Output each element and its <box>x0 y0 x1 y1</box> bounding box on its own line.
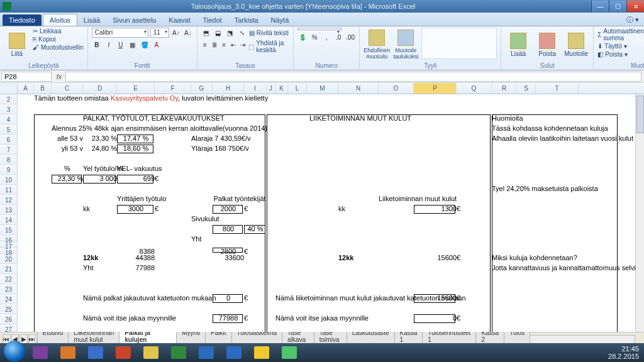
row-header-26[interactable]: 26 <box>0 314 18 324</box>
liik-hdr[interactable]: Liiketoiminnan muut kulut <box>379 195 457 204</box>
currency[interactable]: 💲 <box>297 32 308 42</box>
row-header-23[interactable]: 23 <box>0 284 18 294</box>
row-header-4[interactable]: 4 <box>0 114 18 124</box>
row-header-2[interactable]: 2 <box>0 94 18 104</box>
align-left[interactable]: ≡ <box>201 40 209 50</box>
col-header-D[interactable]: D <box>83 83 117 94</box>
col-header-R[interactable]: R <box>492 83 517 94</box>
taskbar-app-1[interactable] <box>28 345 53 360</box>
font-size-select[interactable]: 11 <box>150 28 169 38</box>
number-format[interactable] <box>297 28 341 30</box>
row-header-8[interactable]: 8 <box>0 155 18 165</box>
col-header-M[interactable]: M <box>307 83 338 94</box>
palkat-hdr[interactable]: Palkat työntekijät <box>213 195 267 204</box>
row-header-6[interactable]: 6 <box>0 134 18 145</box>
col-header-J[interactable]: J <box>267 83 275 94</box>
col-header-N[interactable]: N <box>338 83 379 94</box>
worksheet[interactable]: 2345678910111213141516171820212223242526… <box>0 94 644 332</box>
yr-tulo-hdr[interactable]: Yrittäjien työtulo <box>117 195 155 204</box>
yr-tulo[interactable]: 3000 <box>117 205 155 214</box>
note-3[interactable]: Tyel 24,20% maksetuista palkoista <box>492 185 579 194</box>
sivu-val[interactable]: 800 <box>213 225 244 234</box>
eur4[interactable]: € <box>457 205 492 214</box>
yht-lbl[interactable]: Yht <box>191 235 213 244</box>
vertical-scrollbar[interactable] <box>635 94 644 332</box>
yli53[interactable]: yli 53 v <box>52 145 83 154</box>
cut-button[interactable]: ✂ Leikkaa <box>33 28 84 35</box>
indent-inc[interactable]: ⇥ <box>239 40 247 50</box>
align-mid[interactable]: ⬓ <box>213 28 223 38</box>
increase-font-icon[interactable]: A↑ <box>171 28 181 38</box>
alle53b[interactable]: 17,47 % <box>117 134 155 144</box>
indent-dec[interactable]: ⇤ <box>230 40 237 50</box>
row-header-21[interactable]: 21 <box>0 264 18 274</box>
percent[interactable]: % <box>309 32 319 42</box>
row-header-22[interactable]: 22 <box>0 274 18 284</box>
dec-dec[interactable]: .00 <box>345 32 355 42</box>
note-1[interactable]: Tässä kohdassa kohdennetaan kuluja <box>492 124 579 134</box>
row-header-17[interactable]: 17 <box>0 241 18 248</box>
autosum[interactable]: Σ Automaattinen summa ▾ <box>597 28 644 41</box>
col-header-P[interactable]: P <box>414 83 457 94</box>
taskbar-app-2[interactable] <box>55 345 80 360</box>
wrap-text[interactable]: ▤ Rivitä teksti <box>249 28 289 38</box>
fx-icon[interactable]: fx <box>53 73 65 80</box>
eur3[interactable]: € <box>244 205 267 214</box>
file-tab[interactable]: Tiedosto <box>3 14 42 26</box>
bold-button[interactable]: B <box>92 40 102 50</box>
taskbar-app-8[interactable] <box>221 345 247 360</box>
font-color-button[interactable]: A <box>152 40 162 50</box>
v77988b[interactable]: 77988 <box>213 314 244 324</box>
row-header-11[interactable]: 11 <box>0 185 18 195</box>
row-header-20[interactable]: 20 <box>0 254 18 264</box>
conditional-formatting[interactable]: Ehdollinen muotoilu <box>364 28 390 62</box>
liik[interactable]: 1300 <box>414 205 457 214</box>
jaa-right[interactable]: Nämä voit itse jakaa myynnille <box>275 314 379 324</box>
kate-right[interactable]: Nämä liiketoiminnan muut kulut jakautuva… <box>275 294 414 304</box>
yli53b[interactable]: 18,60 % <box>117 145 155 154</box>
yel-vak[interactable]: 699 <box>117 175 155 184</box>
row-header-16[interactable]: 16 <box>0 235 18 241</box>
delete-cells[interactable]: Poista <box>534 28 560 62</box>
eur8[interactable]: € <box>457 294 492 304</box>
yel-vak-hdr[interactable]: YEL- vakuutus <box>117 165 155 174</box>
italic-button[interactable]: I <box>104 40 114 50</box>
merge-center[interactable]: ⬚ Yhdistä ja keskitä <box>248 40 289 53</box>
system-clock[interactable]: 21:45 28.2.2015 <box>608 345 640 360</box>
tab-formulas[interactable]: Kaavat <box>162 14 196 26</box>
alaraja[interactable]: Alaraja 7 430,59€/v <box>191 134 267 144</box>
decrease-font-icon[interactable]: A↓ <box>183 28 193 38</box>
row-header-5[interactable]: 5 <box>0 124 18 134</box>
copy-button[interactable]: ⎘ Kopioi <box>33 36 84 43</box>
row-header-25[interactable]: 25 <box>0 304 18 314</box>
maximize-button[interactable]: ☐ <box>609 1 626 12</box>
12kk-right[interactable]: 12kk <box>338 254 379 263</box>
sivu-pct[interactable]: 40 % <box>244 225 267 234</box>
col-header-C[interactable]: C <box>52 83 83 94</box>
row-header-14[interactable]: 14 <box>0 215 18 225</box>
col-header-I[interactable]: I <box>244 83 267 94</box>
12kk-left[interactable]: 12kk <box>83 254 117 263</box>
tab-layout[interactable]: Sivun asettelu <box>106 14 162 26</box>
close-button[interactable]: ✕ <box>626 1 644 12</box>
format-cells[interactable]: Muotoile <box>563 28 589 62</box>
clear[interactable]: ◧ Poista ▾ <box>597 51 644 58</box>
row-header-18[interactable]: 18 <box>0 248 18 254</box>
eur2[interactable]: € <box>155 205 191 214</box>
row-header-15[interactable]: 15 <box>0 225 18 235</box>
fill[interactable]: ⬇ Täyttö ▾ <box>597 43 644 50</box>
eur10[interactable]: € <box>457 314 492 324</box>
palkat[interactable]: 2000 <box>213 205 244 214</box>
formula-input[interactable] <box>65 72 641 82</box>
pct-val[interactable]: 23,30 % <box>52 175 83 184</box>
v77988[interactable]: 77988 <box>117 264 155 273</box>
yel-tulo[interactable]: 3 000 <box>83 175 117 184</box>
format-as-table[interactable]: Muotoile taulukoksi <box>392 28 419 62</box>
start-button[interactable] <box>4 341 25 362</box>
col-header-Q[interactable]: Q <box>457 83 492 94</box>
pct-hdr[interactable]: % <box>52 165 83 174</box>
col-header-T[interactable]: T <box>536 83 579 94</box>
col-header-O[interactable]: O <box>379 83 414 94</box>
col-header-E[interactable]: E <box>117 83 155 94</box>
row-header-3[interactable]: 3 <box>0 104 18 114</box>
